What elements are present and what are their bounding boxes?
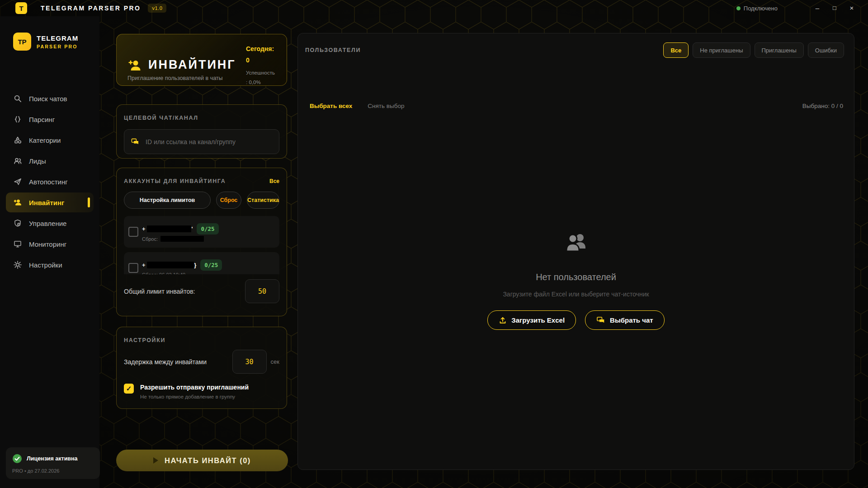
sidebar-item-categories[interactable]: Категории — [6, 130, 94, 150]
shield-icon — [14, 219, 22, 227]
select-all-accounts-link[interactable]: Все — [269, 178, 279, 184]
redacted-phone — [147, 225, 191, 232]
accounts-card: АККАУНТЫ ДЛЯ ИНВАЙТИНГА Все Настройка ли… — [116, 168, 287, 316]
sidebar-item-chat-search[interactable]: Поиск чатов — [6, 89, 94, 108]
settings-section-title: НАСТРОЙКИ — [124, 337, 279, 343]
target-section-title: ЦЕЛЕВОЙ ЧАТ/КАНАЛ — [124, 115, 279, 121]
sidebar-item-autoposting[interactable]: Автопостинг — [6, 172, 94, 192]
account-checkbox[interactable] — [128, 227, 138, 237]
app-title: TELEGRAM PARSER PRO — [41, 5, 141, 12]
account-row[interactable]: + } 0/25 Сброс: 06.02 10:40 — [124, 252, 279, 274]
sidebar-item-label: Инвайтинг — [29, 199, 64, 206]
reset-button[interactable]: Сброс — [216, 192, 241, 209]
redaction-artifact: ' — [192, 226, 193, 232]
version-badge: v1.0 — [148, 4, 166, 13]
sidebar-item-management[interactable]: Управление — [6, 213, 94, 233]
allow-invites-checkbox[interactable]: ✓ — [124, 384, 134, 394]
total-limit-input[interactable] — [245, 279, 279, 303]
send-icon — [14, 178, 22, 186]
accounts-section-title: АККАУНТЫ ДЛЯ ИНВАЙТИНГА — [124, 178, 226, 184]
search-icon — [14, 94, 22, 103]
shapes-icon — [14, 136, 22, 144]
invite-limit-badge: 0/25 — [200, 259, 222, 271]
allow-invites-label: Разрешить отправку приглашений — [140, 384, 249, 391]
sidebar-item-label: Парсинг — [29, 116, 55, 123]
target-chat-input[interactable] — [145, 138, 273, 146]
minimize-button[interactable]: – — [813, 0, 822, 16]
success-label: Успешность — [246, 70, 281, 75]
sidebar: TP TELEGRAM PARSER PRO Поиск чатов Парси… — [0, 16, 99, 488]
connected-dot-icon — [736, 6, 741, 10]
delay-input[interactable] — [232, 350, 267, 374]
license-status: Лицензия активна — [27, 455, 78, 462]
today-value: 0 — [246, 56, 281, 64]
play-icon — [153, 457, 158, 464]
active-indicator — [88, 197, 90, 207]
delay-unit: сек — [271, 358, 279, 365]
chat-icon — [131, 138, 139, 146]
sidebar-item-parsing[interactable]: Парсинг — [6, 109, 94, 129]
sidebar-item-monitoring[interactable]: Мониторинг — [6, 234, 94, 254]
close-button[interactable]: × — [847, 0, 856, 16]
sidebar-item-label: Категории — [29, 136, 61, 144]
delay-label: Задержка между инвайтами — [124, 358, 232, 366]
filter-invited[interactable]: Приглашены — [755, 42, 804, 58]
filter-all[interactable]: Все — [663, 42, 689, 58]
select-all-users-link[interactable]: Выбрать всех — [310, 103, 352, 109]
monitor-icon — [14, 240, 22, 248]
sidebar-item-leads[interactable]: Лиды — [6, 151, 94, 171]
limits-settings-button[interactable]: Настройка лимитов — [124, 192, 211, 209]
invite-limit-badge: 0/25 — [197, 223, 218, 235]
people-icon — [14, 157, 22, 165]
target-chat-card: ЦЕЛЕВОЙ ЧАТ/КАНАЛ — [116, 104, 287, 159]
connection-status: Подключено — [736, 5, 778, 12]
target-chat-input-wrap — [124, 129, 279, 154]
accounts-list: + ' 0/25 Сброс: + } 0/25 — [124, 216, 279, 274]
start-invite-label: НАЧАТЬ ИНВАЙТ (0) — [165, 456, 251, 465]
app-logo-icon: T — [15, 2, 27, 14]
choose-chat-button[interactable]: Выбрать чат — [585, 310, 665, 330]
license-expiry: PRO • до 27.02.2026 — [12, 468, 100, 474]
brand-subname: PARSER PRO — [37, 44, 78, 49]
settings-card: НАСТРОЙКИ Задержка между инвайтами сек ✓… — [116, 327, 287, 409]
connection-status-label: Подключено — [744, 5, 778, 12]
check-badge-icon — [12, 454, 22, 464]
empty-subtitle: Загрузите файл Excel или выберите чат-ис… — [298, 291, 854, 298]
upload-excel-label: Загрузить Excel — [511, 316, 565, 324]
sidebar-item-settings[interactable]: Настройки — [6, 255, 94, 275]
deselect-users-link[interactable]: Снять выбор — [368, 103, 404, 109]
inviting-header-card: ИНВАЙТИНГ Приглашение пользователей в ча… — [116, 34, 287, 86]
maximize-button[interactable]: □ — [830, 0, 839, 16]
person-add-icon — [14, 198, 22, 206]
sidebar-item-inviting[interactable]: Инвайтинг — [6, 192, 94, 212]
sidebar-item-label: Поиск чатов — [29, 95, 67, 103]
gear-icon — [14, 261, 22, 269]
brand-logo-icon: TP — [13, 33, 31, 51]
users-section-title: ПОЛЬЗОВАТЕЛИ — [305, 47, 361, 53]
user-filters: Все Не приглашены Приглашены Ошибки — [663, 42, 844, 58]
account-row[interactable]: + ' 0/25 Сброс: — [124, 216, 279, 248]
app-window: T TELEGRAM PARSER PRO v1.0 Подключено – … — [0, 0, 868, 488]
filter-errors[interactable]: Ошибки — [808, 42, 844, 58]
sidebar-item-label: Мониторинг — [29, 240, 66, 248]
redacted-phone — [147, 262, 194, 268]
braces-icon — [14, 115, 22, 123]
chat-icon — [596, 316, 605, 324]
today-label: Сегодня: — [246, 45, 281, 52]
account-checkbox[interactable] — [128, 263, 138, 273]
phone-prefix: + — [142, 225, 146, 232]
choose-chat-label: Выбрать чат — [610, 316, 653, 324]
upload-icon — [499, 316, 507, 324]
inviting-stats: Сегодня: 0 Успешность : 0,0% — [246, 45, 281, 85]
start-invite-button[interactable]: НАЧАТЬ ИНВАЙТ (0) — [116, 450, 288, 471]
filter-not-invited[interactable]: Не приглашены — [693, 42, 750, 58]
brand-name: TELEGRAM — [37, 34, 78, 42]
sidebar-item-label: Лиды — [29, 157, 46, 165]
upload-excel-button[interactable]: Загрузить Excel — [487, 310, 576, 330]
page-title: ИНВАЙТИНГ — [148, 58, 236, 72]
sidebar-item-label: Управление — [29, 220, 66, 227]
title-bar: T TELEGRAM PARSER PRO v1.0 Подключено – … — [0, 0, 868, 16]
statistics-button[interactable]: Статистика — [247, 192, 279, 209]
reset-label: Сброс: — [142, 236, 158, 242]
total-limit-label: Общий лимит инвайтов: — [124, 288, 195, 295]
